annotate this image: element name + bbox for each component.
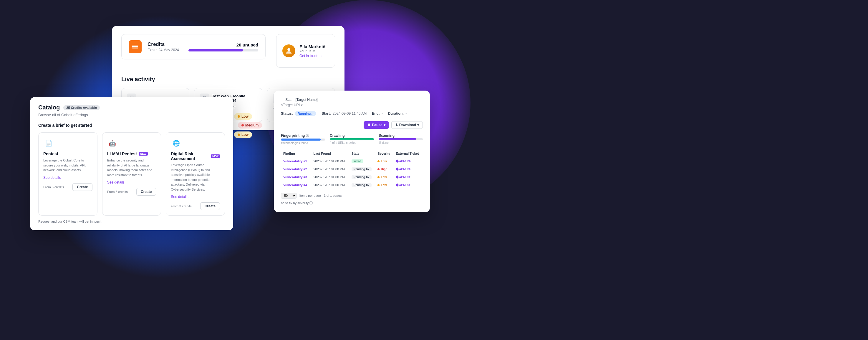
llm-desc: Enhance the security and reliability of …: [107, 158, 156, 177]
finding-4-date: 2023-05-07 01:00 PM: [311, 181, 349, 189]
fingerprinting-info-icon[interactable]: ⓘ: [306, 134, 309, 137]
finding-2-ticket[interactable]: API-1739: [396, 168, 421, 171]
pentest-create-button[interactable]: Create: [72, 183, 92, 191]
finding-3-date: 2023-05-07 01:00 PM: [311, 173, 349, 181]
scan-back[interactable]: ← Scan: [Target Name]: [281, 98, 423, 102]
finding-1-link[interactable]: Vulnerability #1: [283, 160, 307, 163]
pentest-title: Pentest: [43, 151, 92, 156]
finding-3-state: Pending fix: [351, 175, 372, 179]
dra-create-button[interactable]: Create: [200, 202, 220, 210]
crawling-title: Crawling: [330, 134, 374, 138]
col-ticket: External Ticket: [394, 150, 423, 157]
fingerprinting-progress: Fingerprinting ⓘ # technologies found: [281, 134, 325, 145]
finding-4-state: Pending fix: [351, 183, 372, 187]
scanning-title: Scanning: [379, 134, 423, 138]
items-per-page-label: items per page: [300, 194, 321, 197]
dra-see-details[interactable]: See details: [171, 195, 220, 199]
scanning-bar-fill: [379, 138, 416, 140]
table-footer: 50 25 100 items per page 1 of 1 pages: [281, 193, 423, 199]
catalog-footer: Request and our CSM team will get in tou…: [38, 220, 225, 223]
pause-button[interactable]: ⏸ Pause ▾: [364, 121, 389, 129]
pause-chevron: ▾: [384, 123, 385, 127]
download-icon: ⬇: [395, 123, 398, 127]
llm-create-button[interactable]: Create: [136, 188, 156, 196]
finding-3-link[interactable]: Vulnerability #3: [283, 175, 307, 179]
finding-4-severity: Low: [377, 183, 391, 187]
floating-badge-low-1: Low: [234, 113, 252, 120]
live-activity-title: Live activity: [121, 76, 335, 83]
floating-badge-medium: Medium: [238, 122, 262, 129]
credits-bar-fill: [188, 49, 243, 52]
llm-credits: From 5 credits: [107, 190, 128, 194]
credits-bar-track: [188, 49, 258, 52]
catalog-items: 📄 Pentest Leverage the Cobalt Core to se…: [38, 132, 225, 215]
llm-title: LLM/AI Pentest NEW: [107, 151, 156, 156]
catalog-item-llm: 🤖 LLM/AI Pentest NEW Enhance the securit…: [102, 132, 161, 215]
llm-icon: 🤖: [107, 138, 118, 148]
col-finding: Finding: [281, 150, 311, 157]
catalog-item-dra: 🌐 Digital Risk Assessment NEW Leverage O…: [166, 132, 225, 215]
finding-4-ticket[interactable]: API-1739: [396, 183, 421, 187]
csm-avatar: [282, 44, 295, 57]
items-per-page-select[interactable]: 50 25 100: [281, 193, 297, 199]
floating-badge-low-2: Low: [234, 132, 252, 138]
finding-1-state: Fixed: [351, 160, 363, 163]
finding-1-ticket[interactable]: API-1739: [396, 160, 421, 163]
csm-link[interactable]: Get in touch →: [300, 54, 326, 58]
severity-footer: ne to fix by severity ⓘ: [281, 201, 423, 205]
fingerprinting-bar-fill: [281, 139, 321, 141]
pentest-credits: From 3 credits: [43, 185, 64, 189]
pentest-desc: Leverage the Cobalt Core to secure your …: [43, 158, 92, 173]
finding-3-ticket[interactable]: API-1739: [396, 176, 421, 179]
finding-2-link[interactable]: Vulnerability #2: [283, 167, 307, 171]
finding-1-severity: Low: [377, 160, 391, 163]
csm-role: Your CSM: [300, 49, 326, 53]
llm-footer: From 5 credits Create: [107, 188, 156, 196]
pentest-icon: 📄: [43, 138, 54, 148]
dra-footer: From 3 credits Create: [171, 202, 220, 210]
scanning-bar-track: [379, 138, 423, 140]
fingerprinting-bar-track: [281, 139, 325, 141]
status-badge-running: Running...: [295, 111, 316, 116]
page-info: 1 of 1 pages: [324, 194, 342, 197]
dra-desc: Leverage Open Source Intelligence (OSINT…: [171, 163, 220, 192]
download-chevron: ▾: [417, 123, 419, 127]
credits-bar: 20 unused: [188, 42, 258, 52]
scan-end: End: -: [372, 111, 383, 115]
scanning-label: % done: [379, 141, 423, 144]
col-state: State: [349, 150, 375, 157]
finding-2-state: Pending fix: [351, 167, 372, 171]
table-row: Vulnerability #1 2023-05-07 01:00 PM Fix…: [281, 157, 423, 165]
llm-new-badge: NEW: [139, 152, 148, 156]
catalog-header: Catalog 25 Credits Available: [38, 104, 225, 111]
scan-status-row: Status: Running... Start: 2024-09-09 11:…: [281, 111, 423, 129]
dra-credits: From 3 credits: [171, 204, 191, 208]
scan-status: Status: Running...: [281, 111, 316, 116]
scan-progress-section: Fingerprinting ⓘ # technologies found Cr…: [281, 134, 423, 145]
scanning-progress: Scanning % done: [379, 134, 423, 145]
col-last-found: Last Found: [311, 150, 349, 157]
catalog-item-pentest: 📄 Pentest Leverage the Cobalt Core to se…: [38, 132, 97, 215]
crawling-bar-fill: [330, 138, 374, 140]
finding-2-severity: High: [377, 168, 391, 171]
svg-rect-1: [132, 46, 138, 47]
dra-new-badge: NEW: [211, 155, 220, 158]
catalog-section-title: Create a brief to get started: [38, 123, 225, 128]
findings-table: Finding Last Found State Severity Extern…: [281, 150, 423, 189]
dra-title: Digital Risk Assessment NEW: [171, 151, 220, 161]
pause-icon: ⏸: [367, 123, 371, 127]
finding-4-link[interactable]: Vulnerability #4: [283, 183, 307, 187]
llm-see-details[interactable]: See details: [107, 180, 156, 184]
svg-point-2: [287, 48, 290, 51]
scan-url: <Target URL>: [281, 103, 423, 107]
scan-start: Start: 2024-09-09 11:46 AM: [321, 111, 367, 115]
catalog-subtitle: Browse all of Cobalt offerings: [38, 113, 225, 117]
crawling-progress: Crawling # of # URLs crawled: [330, 134, 374, 145]
dra-icon: 🌐: [171, 138, 181, 148]
finding-3-severity: Low: [377, 176, 391, 179]
scan-card: ← Scan: [Target Name] <Target URL> Statu…: [274, 91, 430, 212]
pentest-see-details[interactable]: See details: [43, 176, 92, 180]
download-button[interactable]: ⬇ Download ▾: [391, 121, 423, 129]
crawling-bar-track: [330, 138, 374, 140]
csm-info: Ella Markoič Your CSM Get in touch →: [300, 44, 326, 58]
